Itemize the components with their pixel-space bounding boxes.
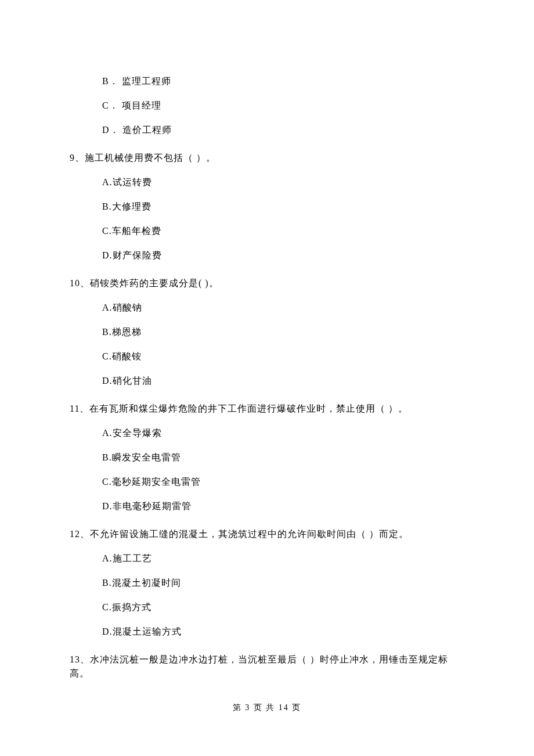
q10-option-c: C.硝酸铵 — [102, 350, 464, 363]
q10-option-a: A.硝酸钠 — [102, 301, 464, 315]
q10-stem: 10、硝铵类炸药的主要成分是( )。 — [70, 276, 464, 290]
q11-option-b: B.瞬发安全电雷管 — [102, 451, 464, 465]
q12-option-b: B.混凝土初凝时间 — [102, 576, 464, 590]
q13-stem: 13、水冲法沉桩一般是边冲水边打桩，当沉桩至最后（ ）时停止冲水，用锤击至规定标… — [70, 653, 464, 681]
q12-option-c: C.振捣方式 — [102, 600, 464, 614]
q12-option-d: D.混凝土运输方式 — [102, 625, 464, 639]
q10-option-b: B.梯恩梯 — [102, 325, 464, 339]
q10-option-d: D.硝化甘油 — [102, 374, 464, 388]
q8-option-b: B． 监理工程师 — [102, 74, 464, 88]
q12-stem: 12、不允许留设施工缝的混凝土，其浇筑过程中的允许间歇时间由（ ）而定。 — [70, 527, 464, 541]
q8-option-d: D． 造价工程师 — [102, 123, 464, 137]
q9-stem: 9、施工机械使用费不包括（ ）。 — [70, 151, 464, 165]
q9-option-d: D.财产保险费 — [102, 249, 464, 262]
q11-stem: 11、在有瓦斯和煤尘爆炸危险的井下工作面进行爆破作业时，禁止使用（ ）。 — [70, 402, 464, 416]
q8-option-c: C． 项目经理 — [102, 99, 464, 113]
q11-option-c: C.毫秒延期安全电雷管 — [102, 475, 464, 489]
q9-option-a: A.试运转费 — [102, 175, 464, 189]
q9-option-c: C.车船年检费 — [102, 224, 464, 238]
q12-option-a: A.施工工艺 — [102, 552, 464, 566]
q11-option-a: A.安全导爆索 — [102, 426, 464, 440]
q11-option-d: D.非电毫秒延期雷管 — [102, 499, 464, 513]
page-footer: 第 3 页 共 14 页 — [70, 701, 464, 714]
q9-option-b: B.大修理费 — [102, 200, 464, 214]
